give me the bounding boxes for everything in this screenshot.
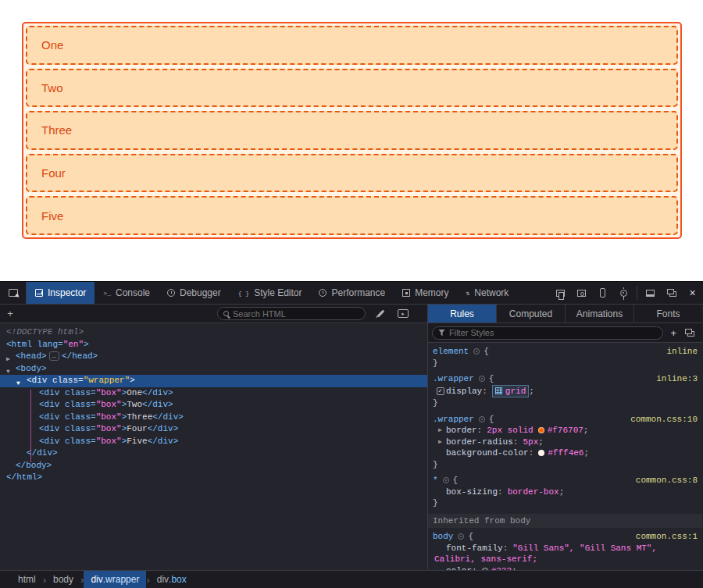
close-devtools-button[interactable]: × [682,282,703,304]
tag-token: <div class= [39,424,96,433]
tab-animations[interactable]: Animations [566,305,634,323]
tab-label: Performance [331,287,385,298]
markup-node-box[interactable]: <div class="box">One</div> [0,387,427,400]
attr-value: "box" [96,412,122,422]
eyedropper-icon[interactable] [377,310,385,318]
expand-arrow-icon[interactable]: ▶ [438,425,442,437]
tab-rules[interactable]: Rules [428,305,497,323]
breadcrumb-item-html[interactable]: html [11,571,43,588]
markup-node-wrapper-selected[interactable]: ▼<div class="wrapper"> [0,375,427,387]
selector-target-icon[interactable] [473,348,480,355]
selector-target-icon[interactable] [479,376,485,382]
color-swatch[interactable] [538,427,544,433]
add-rule-button[interactable]: + [668,327,679,339]
markup-node-box[interactable]: <div class="box">Four</div> [0,423,427,436]
semicolon: ; [583,447,589,459]
tab-console[interactable]: >_ Console [95,282,159,304]
tab-debugger[interactable]: Debugger [159,282,230,304]
tab-fonts[interactable]: Fonts [634,305,702,323]
property-value[interactable]: 2px solid [487,425,533,437]
tag-token: <div class= [39,437,96,446]
demo-box: Four [26,154,678,193]
property-name[interactable]: font-family [446,543,503,554]
tab-inspector[interactable]: Inspector [27,282,95,304]
breadcrumb-item-body[interactable]: body [46,571,80,588]
grid-highlighter-toggle[interactable]: grid [492,385,529,398]
device-button[interactable] [592,282,613,304]
breadcrumb-item-div-wrapper[interactable]: div.wrapper [84,571,146,588]
tag-token: </div> [148,424,179,433]
selector-target-icon[interactable] [458,533,464,540]
add-node-button[interactable]: + [0,308,20,319]
declaration-checkbox[interactable]: ✓ [437,387,444,395]
breadcrumb-item-div-box[interactable]: div.box [150,571,194,588]
text-node: Four [127,424,147,433]
property-value[interactable]: border-box [508,486,559,498]
markup-doctype[interactable]: <!DOCTYPE html> [0,326,427,339]
tab-computed[interactable]: Computed [497,305,566,323]
settings-button[interactable] [613,282,634,304]
filter-styles-box[interactable] [432,326,663,340]
search-html-input[interactable] [233,309,359,319]
tag-token: > [130,376,135,385]
responsive-design-mode-button[interactable] [550,282,571,304]
demo-box: Two [26,69,678,108]
selector-target-icon[interactable] [443,477,449,483]
demo-box: Five [26,196,678,235]
markup-node-box[interactable]: <div class="box">Five</div> [0,436,427,448]
markup-close-div[interactable]: </div> [0,447,427,460]
filter-styles-row: + [428,323,702,343]
property-value[interactable]: grid [505,386,526,397]
markup-node-head[interactable]: ▶<head>…</head> [0,351,427,363]
property-value[interactable]: 5px [523,437,538,448]
dock-window-button[interactable] [661,282,682,304]
tab-network[interactable]: ⇅ Network [458,282,518,304]
property-name[interactable]: border-radius [446,437,513,448]
toggle-classes-icon[interactable] [685,329,692,334]
rule-wrapper-inline: .wrapper{inline:3 ✓display:grid; } [428,373,702,409]
markup-node-box[interactable]: <div class="box">Three</div> [0,412,427,424]
rule-source-link[interactable]: common.css:10 [630,414,698,426]
tab-memory[interactable]: Memory [394,282,457,304]
markup-node-html[interactable]: <html lang="en"> [0,339,427,351]
pick-element-button[interactable] [0,282,27,304]
property-value[interactable]: "Gill Sans", "Gill Sans MT", [512,543,657,554]
property-name[interactable]: display [446,386,482,397]
property-name[interactable]: border [446,425,477,437]
toolbar-separator [637,286,637,300]
tag-token: > [84,340,89,349]
property-name[interactable]: box-sizing [446,486,498,498]
attr-value: "box" [96,400,122,409]
markup-node-box[interactable]: <div class="box">Two</div> [0,399,427,412]
expand-arrow-icon[interactable]: ▶ [438,437,442,448]
declaration-box-sizing: box-sizing:border-box; [428,486,702,498]
color-swatch[interactable] [538,450,544,456]
inspector-icon [35,289,43,297]
rule-source-link[interactable]: common.css:8 [636,475,698,486]
color-value[interactable]: #f76707 [548,425,583,437]
markup-node-body[interactable]: ▼<body> [0,363,427,376]
rule-body: body{common.css:1 font-family:"Gill Sans… [428,531,702,571]
screenshot-button[interactable] [571,282,592,304]
collapsed-ellipsis[interactable]: … [49,351,59,361]
dock-bottom-button[interactable] [640,282,661,304]
tag-token: </div> [152,412,184,422]
rulers-icon[interactable]: ▸ [398,309,409,318]
markup-close-body[interactable]: </body> [0,460,427,472]
selector-target-icon[interactable] [479,416,485,422]
filter-styles-input[interactable] [449,328,657,337]
rule-source-link[interactable]: inline [666,346,698,358]
rule-source-link[interactable]: common.css:1 [636,531,698,543]
search-html-box[interactable] [217,307,366,320]
tab-style-editor[interactable]: { } Style Editor [230,282,311,304]
tab-performance[interactable]: Performance [310,282,394,304]
property-value[interactable]: Calibri, sans-serif; [434,554,537,564]
property-name[interactable]: background-color [446,447,529,459]
color-value[interactable]: #fff4e6 [548,447,583,459]
markup-close-html[interactable]: </html> [0,472,427,484]
semicolon: ; [583,425,589,437]
demo-box: Three [26,111,678,150]
declaration-border: ▶border:2px solid#f76707; [428,425,702,437]
rule-source-link[interactable]: inline:3 [656,373,698,385]
attr-value: "box" [96,437,122,446]
